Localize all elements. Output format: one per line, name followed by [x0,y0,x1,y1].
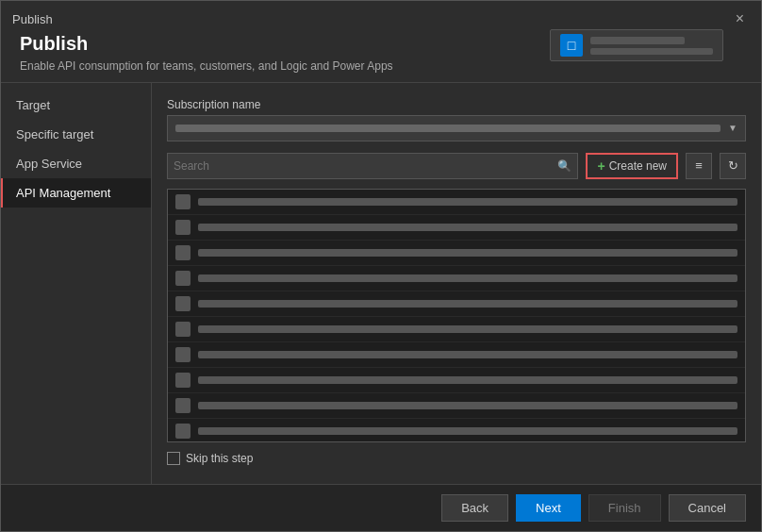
item-icon [175,424,190,439]
subscription-value [175,125,721,132]
sidebar-item-specific-target[interactable]: Specific target [1,120,151,149]
skip-label: Skip this step [186,452,253,465]
next-button[interactable]: Next [516,494,581,522]
list-item[interactable] [168,241,745,266]
title-bar: Publish × [1,1,761,33]
main-content: Subscription name ▼ 🔍 + Create new ≡ [152,83,761,484]
list-item[interactable] [168,266,745,291]
account-name [590,37,685,44]
item-icon [175,245,190,260]
refresh-icon: ↻ [728,158,738,173]
sidebar-item-api-management[interactable]: API Management [1,178,151,208]
account-badge: □ [550,29,723,61]
account-icon: □ [560,34,583,57]
item-text [198,249,737,257]
skip-row: Skip this step [167,442,746,469]
search-icon: 🔍 [557,159,572,173]
item-text [198,402,737,409]
item-icon [175,322,190,337]
list-item[interactable] [168,291,745,317]
plus-icon: + [597,158,605,174]
list-item[interactable] [168,393,745,419]
list-view-button[interactable]: ≡ [686,153,712,179]
back-button[interactable]: Back [441,494,508,522]
search-actions-row: 🔍 + Create new ≡ ↻ [167,153,746,179]
subscription-label: Subscription name [167,98,746,111]
list-item[interactable] [168,190,745,215]
account-email [590,48,713,55]
dialog-footer: Back Next Finish Cancel [1,484,761,531]
list-item[interactable] [168,419,745,442]
item-icon [175,373,190,388]
item-text [198,427,737,435]
item-text [198,300,737,308]
refresh-button[interactable]: ↻ [720,153,746,179]
item-icon [175,194,190,209]
subscription-dropdown[interactable]: ▼ [167,115,746,141]
item-text [198,198,737,206]
finish-button[interactable]: Finish [588,494,661,522]
item-icon [175,220,190,235]
subscription-section: Subscription name ▼ [167,98,746,141]
publish-dialog: Publish × Publish Enable API consumption… [0,0,762,532]
item-icon [175,296,190,311]
list-item[interactable] [168,342,745,368]
close-button[interactable]: × [730,8,750,29]
item-text [198,351,737,358]
sidebar-item-target[interactable]: Target [1,91,151,120]
dialog-body: Target Specific target App Service API M… [1,83,761,484]
item-icon [175,271,190,286]
skip-checkbox[interactable] [167,452,180,465]
item-text [198,224,737,231]
account-info [590,37,713,55]
dialog-title: Publish [12,12,53,26]
item-text [198,274,737,282]
item-icon [175,398,190,413]
list-view-icon: ≡ [695,158,703,173]
dropdown-arrow-icon: ▼ [728,123,737,133]
search-box[interactable]: 🔍 [167,153,578,179]
list-item[interactable] [168,317,745,342]
list-item[interactable] [168,368,745,393]
search-input[interactable] [174,159,557,173]
create-new-button[interactable]: + Create new [586,153,678,179]
list-item[interactable] [168,215,745,241]
item-icon [175,347,190,362]
item-text [198,325,737,333]
cancel-button[interactable]: Cancel [669,494,746,522]
api-management-list[interactable] [167,189,746,442]
item-text [198,376,737,384]
sidebar-item-app-service[interactable]: App Service [1,149,151,178]
sidebar: Target Specific target App Service API M… [1,83,152,484]
dialog-header: Publish Enable API consumption for teams… [1,33,761,83]
